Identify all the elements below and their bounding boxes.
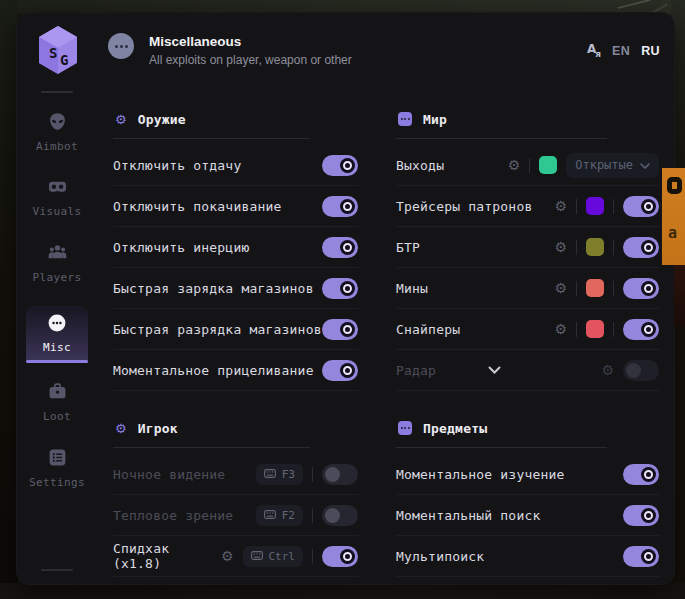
color-swatch[interactable] <box>586 238 604 256</box>
toggle-switch[interactable] <box>322 505 358 526</box>
sidebar-item-visuals[interactable]: Visuals <box>17 177 97 218</box>
toggle-knob <box>641 240 656 255</box>
toggle-knob <box>340 199 355 214</box>
row-label-group: Спидхак (x1.8) <box>113 541 221 571</box>
toggle-switch[interactable] <box>322 319 358 340</box>
gear-icon[interactable]: ⚙ <box>601 363 614 377</box>
toggle-switch[interactable] <box>623 237 659 258</box>
row-controls: F2 <box>256 505 358 526</box>
toggle-switch[interactable] <box>623 505 659 526</box>
toggle-switch[interactable] <box>322 360 358 381</box>
section-player: ⚙ИгрокНочное видениеF3Тепловое зрениеF2С… <box>113 405 359 577</box>
toggle-switch[interactable] <box>623 278 659 299</box>
row-controls <box>623 464 659 485</box>
toggle-switch[interactable] <box>322 546 358 567</box>
setting-row: Ночное видениеF3 <box>113 454 359 495</box>
toggle-switch[interactable] <box>322 196 358 217</box>
page-subtitle: All exploits on player, weapon or other <box>149 53 352 67</box>
divider <box>113 447 310 448</box>
sidebar-item-misc[interactable]: Misc <box>26 306 88 363</box>
toggle-knob <box>641 322 656 337</box>
setting-row: Отключить инерцию <box>113 227 359 268</box>
logo: S G <box>37 25 79 75</box>
sidebar-item-aimbot[interactable]: Aimbot <box>17 112 97 153</box>
separator <box>613 322 614 337</box>
row-controls <box>322 196 358 217</box>
gear-icon[interactable]: ⚙ <box>554 322 567 336</box>
toggle-knob <box>641 549 656 564</box>
section-weapon: ⚙ОружиеОтключить отдачуОтключить покачив… <box>113 96 359 391</box>
vr-goggles-icon <box>47 177 67 197</box>
color-swatch[interactable] <box>586 279 604 297</box>
gear-icon[interactable]: ⚙ <box>221 549 234 563</box>
keyboard-icon <box>264 468 276 481</box>
row-label-group: Снайперы <box>396 322 460 337</box>
sidebar-item-label: Visuals <box>17 205 97 218</box>
section-header: ⚙Игрок <box>113 419 359 437</box>
gear-icon[interactable]: ⚙ <box>554 240 567 254</box>
toggle-switch[interactable] <box>322 155 358 176</box>
gear-icon: ⚙ <box>115 422 127 435</box>
hotkey-badge[interactable]: F3 <box>256 464 303 485</box>
background-banner-shadow <box>674 265 685 327</box>
translate-icon[interactable]: Aя <box>587 43 601 59</box>
toggle-switch[interactable] <box>322 278 358 299</box>
toggle-knob <box>340 158 355 173</box>
rows: Отключить отдачуОтключить покачиваниеОтк… <box>113 145 359 391</box>
toggle-switch[interactable] <box>322 237 358 258</box>
hotkey-label: F2 <box>282 509 295 522</box>
toggle-switch[interactable] <box>623 546 659 567</box>
divider <box>396 138 607 139</box>
setting-row: Трейсеры патронов⚙ <box>396 186 660 227</box>
sidebar-item-players[interactable]: Players <box>17 243 97 284</box>
active-indicator <box>26 360 88 363</box>
color-swatch[interactable] <box>586 320 604 338</box>
hotkey-badge[interactable]: Ctrl <box>243 546 304 567</box>
setting-row: Снайперы⚙ <box>396 309 660 350</box>
sidebar-item-label: Loot <box>17 410 97 423</box>
lang-ru-button[interactable]: RU <box>641 44 660 58</box>
setting-row: Спидхак (x1.8)⚙Ctrl <box>113 536 359 577</box>
right-column: МирВыходы⚙ОткрытыеТрейсеры патронов⚙БТР⚙… <box>396 96 660 577</box>
separator <box>312 467 313 482</box>
orange-banner: a <box>662 168 685 265</box>
row-label: Быстрая зарядка магазинов <box>113 281 314 296</box>
briefcase-icon <box>47 382 67 402</box>
language-switcher: Aя EN RU <box>587 43 660 59</box>
background <box>0 583 685 599</box>
gear-icon[interactable]: ⚙ <box>554 281 567 295</box>
lang-en-button[interactable]: EN <box>612 44 630 58</box>
row-label: Отключить отдачу <box>113 158 241 173</box>
sidebar-item-label: Misc <box>26 341 88 354</box>
sidebar-item-loot[interactable]: Loot <box>17 382 97 423</box>
row-label-group: Моментальный поиск <box>396 508 540 523</box>
banner-glyph <box>667 177 682 194</box>
hotkey-badge[interactable]: F2 <box>256 505 303 526</box>
toggle-switch[interactable] <box>623 360 659 381</box>
row-controls: ⚙ <box>554 319 659 340</box>
dropdown-select[interactable]: Открытые <box>566 153 659 178</box>
setting-row: Быстрая разрядка магазинов <box>113 309 359 350</box>
sidebar-item-label: Players <box>17 271 97 284</box>
banner-glyph: a <box>668 224 677 242</box>
sidebar-item-settings[interactable]: Settings <box>17 448 97 489</box>
row-label: Выходы <box>396 158 444 173</box>
toggle-switch[interactable] <box>623 464 659 485</box>
gear-icon[interactable]: ⚙ <box>554 199 567 213</box>
toggle-knob <box>641 281 656 296</box>
section-header: Мир <box>396 110 660 128</box>
hotkey-label: F3 <box>282 468 295 481</box>
svg-text:G: G <box>60 52 68 68</box>
row-label-group: Быстрая зарядка магазинов <box>113 281 314 296</box>
toggle-switch[interactable] <box>623 196 659 217</box>
toggle-switch[interactable] <box>623 319 659 340</box>
setting-row: Отключить отдачу <box>113 145 359 186</box>
chevron-down-icon[interactable] <box>488 366 501 374</box>
dots-icon <box>398 421 412 435</box>
left-column: ⚙ОружиеОтключить отдачуОтключить покачив… <box>113 96 359 577</box>
toggle-switch[interactable] <box>322 464 358 485</box>
gear-icon[interactable]: ⚙ <box>508 158 521 172</box>
row-controls: ⚙ <box>554 278 659 299</box>
color-swatch[interactable] <box>539 156 557 174</box>
color-swatch[interactable] <box>586 197 604 215</box>
